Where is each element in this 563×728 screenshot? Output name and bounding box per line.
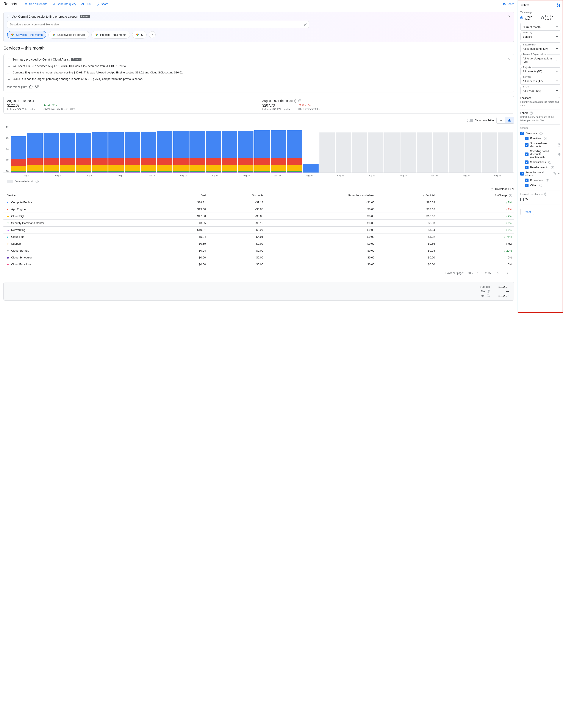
learn-link[interactable]: Learn bbox=[503, 2, 514, 6]
column-header[interactable]: Service bbox=[3, 192, 161, 199]
table-row[interactable]: ✱Cloud Storage$0.04$0.00$0.00$0.04↓20% bbox=[3, 247, 514, 254]
generate-query-link[interactable]: Generate query bbox=[52, 2, 76, 6]
help-icon[interactable]: ? bbox=[487, 290, 490, 293]
table-row[interactable]: ⬣Cloud Scheduler$0.00$0.00$0.00$0.000% bbox=[3, 254, 514, 261]
download-csv-link[interactable]: Download CSV bbox=[490, 187, 514, 191]
bar-day[interactable] bbox=[76, 125, 91, 173]
help-icon[interactable]: ? bbox=[553, 172, 556, 175]
help-icon[interactable]: ? bbox=[558, 143, 560, 146]
sustained-checkbox[interactable] bbox=[525, 143, 529, 147]
column-header[interactable]: ↓ Subtotal bbox=[377, 192, 437, 199]
bar-day[interactable] bbox=[482, 125, 497, 173]
thumbs-down-button[interactable] bbox=[35, 85, 39, 89]
usage-date-radio[interactable]: Usage date bbox=[520, 15, 537, 21]
bar-day[interactable] bbox=[433, 125, 448, 173]
collapse-summary-button[interactable] bbox=[507, 57, 510, 61]
bar-day[interactable] bbox=[254, 125, 269, 173]
bar-day[interactable] bbox=[27, 125, 42, 173]
bar-day[interactable] bbox=[125, 125, 140, 173]
folders-dropdown[interactable]: Folders & Organizations All folders/orga… bbox=[520, 54, 560, 65]
table-row[interactable]: ●Cloud Run$5.94-$4.91$0.00$1.02↓76% bbox=[3, 233, 514, 240]
bar-day[interactable] bbox=[320, 125, 335, 173]
bar-day[interactable] bbox=[44, 125, 59, 173]
help-icon[interactable]: ? bbox=[539, 184, 542, 187]
discounts-expand[interactable] bbox=[557, 131, 560, 135]
bar-day[interactable] bbox=[92, 125, 107, 173]
free-tiers-checkbox[interactable] bbox=[525, 137, 529, 140]
reseller-checkbox[interactable] bbox=[525, 166, 529, 169]
services-dropdown[interactable]: Services All services (47) bbox=[520, 77, 560, 85]
bar-day[interactable] bbox=[206, 125, 221, 173]
bar-day[interactable] bbox=[401, 125, 416, 173]
bar-day[interactable] bbox=[384, 125, 400, 173]
bar-day[interactable] bbox=[141, 125, 156, 173]
invoice-month-radio[interactable]: Invoice month bbox=[541, 15, 560, 21]
help-icon[interactable]: ? bbox=[36, 180, 39, 183]
bar-day[interactable] bbox=[417, 125, 432, 173]
help-icon[interactable]: ? bbox=[548, 161, 551, 164]
help-icon[interactable]: ? bbox=[546, 179, 549, 182]
next-page-button[interactable] bbox=[505, 270, 511, 276]
help-icon[interactable]: ? bbox=[530, 112, 533, 115]
bar-day[interactable] bbox=[498, 125, 513, 173]
bar-day[interactable] bbox=[368, 125, 384, 173]
bar-day[interactable] bbox=[189, 125, 205, 173]
labels-section-toggle[interactable]: Labels ? bbox=[520, 112, 560, 115]
table-row[interactable]: ▼Security Command Center$3.05-$0.12$0.00… bbox=[3, 219, 514, 226]
reset-button[interactable]: Reset bbox=[520, 209, 534, 215]
thumbs-up-button[interactable] bbox=[29, 85, 33, 89]
help-icon[interactable]: ? bbox=[540, 132, 543, 135]
suggestion-chip[interactable]: Services – this month bbox=[7, 31, 46, 39]
column-header[interactable]: Cost bbox=[161, 192, 208, 199]
bar-day[interactable] bbox=[157, 125, 172, 173]
chip-next-button[interactable] bbox=[149, 31, 156, 38]
bar-day[interactable] bbox=[60, 125, 75, 173]
discounts-checkbox[interactable] bbox=[520, 132, 524, 135]
rows-per-page-select[interactable]: 10 ▾ bbox=[468, 272, 473, 275]
table-row[interactable]: ▲Networking$10.91-$9.27$0.00$1.64↓6% bbox=[3, 226, 514, 233]
table-row[interactable]: ✚Support$0.59-$0.03$0.00$0.56New bbox=[3, 240, 514, 247]
table-row[interactable]: ◆Cloud SQL$17.50-$0.88$0.00$16.62↓4% bbox=[3, 213, 514, 219]
column-header[interactable]: Discounts bbox=[208, 192, 265, 199]
help-icon[interactable]: ? bbox=[558, 153, 560, 156]
column-header[interactable]: % Change ? bbox=[437, 192, 514, 199]
table-row[interactable]: ★Cloud Functions$0.00$0.00$0.00$0.000% bbox=[3, 261, 514, 268]
bar-day[interactable] bbox=[108, 125, 124, 173]
help-icon[interactable]: ? bbox=[544, 193, 547, 196]
skus-dropdown[interactable]: SKUs All SKUs (408) bbox=[520, 87, 560, 94]
bar-day[interactable] bbox=[173, 125, 188, 173]
promotions-expand[interactable] bbox=[557, 172, 560, 176]
date-range-dropdown[interactable]: Current month bbox=[520, 23, 560, 31]
prev-page-button[interactable] bbox=[495, 270, 501, 276]
cumulative-toggle[interactable] bbox=[467, 119, 473, 122]
help-icon[interactable]: ? bbox=[487, 294, 490, 297]
bar-day[interactable] bbox=[222, 125, 237, 173]
other-checkbox[interactable] bbox=[525, 184, 529, 187]
help-icon[interactable]: ? bbox=[551, 166, 554, 169]
bar-day[interactable] bbox=[352, 125, 367, 173]
bar-day[interactable] bbox=[271, 125, 286, 173]
promotions-checkbox[interactable] bbox=[525, 179, 529, 182]
tax-checkbox[interactable] bbox=[520, 198, 524, 201]
help-icon[interactable]: ? bbox=[544, 137, 547, 140]
suggestion-chip[interactable]: Projects – this month bbox=[91, 31, 130, 39]
subscriptions-checkbox[interactable] bbox=[525, 160, 529, 164]
bar-day[interactable] bbox=[303, 125, 319, 173]
bar-mode-button[interactable] bbox=[505, 117, 514, 123]
locations-section-toggle[interactable]: Locations bbox=[520, 96, 560, 100]
group-by-dropdown[interactable]: Group by Service bbox=[520, 33, 560, 40]
collapse-panel-button[interactable] bbox=[507, 14, 510, 19]
table-row[interactable]: ■App Engine$19.60-$0.98$0.00$18.62↑1% bbox=[3, 206, 514, 213]
table-row[interactable]: ●Compute Engine$88.81-$7.18-$1.00$80.63↓… bbox=[3, 199, 514, 206]
see-all-reports-link[interactable]: See all reports bbox=[25, 2, 47, 6]
chart-plot-area[interactable] bbox=[10, 125, 514, 173]
bar-day[interactable] bbox=[11, 125, 26, 173]
help-icon[interactable]: ? bbox=[509, 194, 512, 197]
bar-day[interactable] bbox=[238, 125, 253, 173]
help-icon[interactable]: ? bbox=[298, 99, 301, 102]
collapse-filters-button[interactable]: ❯| bbox=[556, 3, 560, 7]
suggestion-chip[interactable]: Last invoice by service bbox=[48, 31, 89, 39]
bar-day[interactable] bbox=[449, 125, 465, 173]
share-link[interactable]: Share bbox=[97, 2, 108, 6]
bar-day[interactable] bbox=[287, 125, 302, 173]
